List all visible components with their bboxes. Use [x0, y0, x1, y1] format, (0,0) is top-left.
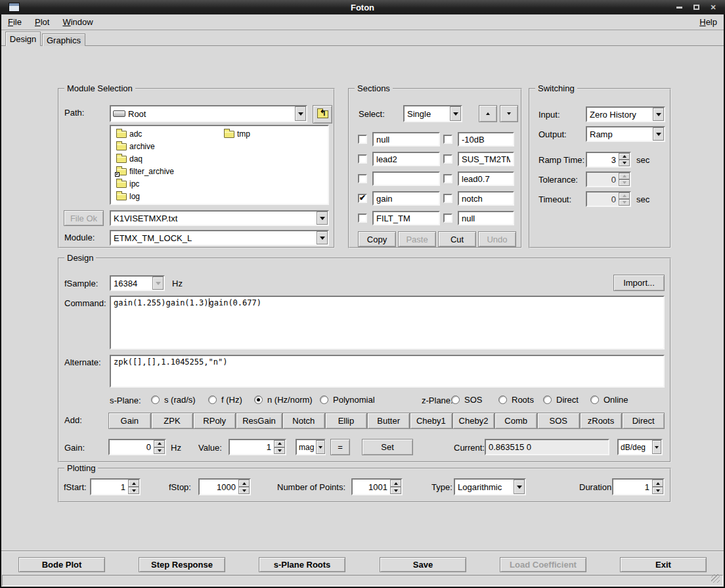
menu-window[interactable]: Window [56, 14, 99, 30]
file-combobox[interactable]: K1VISETMXP.txt [110, 210, 329, 226]
add-cheby2-button[interactable]: Cheby2 [452, 413, 495, 429]
add-butter-button[interactable]: Butter [367, 413, 410, 429]
section-select-combobox[interactable]: Single [403, 105, 462, 122]
add-ellip-button[interactable]: Ellip [325, 413, 368, 429]
ramp-time-up-icon[interactable] [619, 153, 630, 160]
tab-design[interactable]: Design [5, 32, 41, 46]
load-coefficient-button[interactable]: Load Coefficient [500, 557, 586, 572]
resize-grip-icon[interactable] [711, 574, 720, 583]
select-dropdown-icon[interactable] [450, 106, 461, 121]
radio-f-hz[interactable]: f (Hz) [208, 395, 242, 405]
points-spinbox[interactable] [351, 478, 403, 495]
undo-button[interactable]: Undo [478, 231, 516, 247]
gain-spinbox[interactable] [108, 439, 166, 455]
exit-button[interactable]: Exit [620, 557, 707, 572]
radio-direct[interactable]: Direct [543, 395, 579, 405]
menu-file[interactable]: File [1, 14, 28, 30]
add-cheby1-button[interactable]: Cheby1 [410, 413, 452, 429]
set-button[interactable]: Set [362, 439, 413, 455]
tab-graphics[interactable]: Graphics [42, 34, 85, 46]
section-name-field-4[interactable] [372, 211, 440, 225]
section-checkbox-9[interactable] [443, 214, 452, 223]
unit-combobox[interactable]: mag [296, 439, 326, 455]
section-checkbox-4[interactable] [358, 214, 367, 223]
section-move-down-button[interactable] [500, 105, 518, 122]
alternate-textarea[interactable]: zpk([],[],1.1045255,"n") [110, 355, 665, 388]
unit-dropdown-icon[interactable] [316, 440, 325, 454]
gain-up-icon[interactable] [154, 440, 165, 447]
points-up-icon[interactable] [390, 480, 401, 487]
section-checkbox-1[interactable] [358, 154, 367, 164]
ramp-time-down-icon[interactable] [619, 160, 630, 166]
fstop-spinbox[interactable] [198, 478, 251, 495]
duration-spinbox[interactable] [612, 478, 665, 495]
current-unit-dropdown-icon[interactable] [652, 440, 661, 454]
menu-help[interactable]: Help [693, 14, 724, 30]
path-dropdown-icon[interactable] [295, 106, 306, 121]
add-resgain-button[interactable]: ResGain [236, 413, 282, 429]
radio-n-hznorm[interactable]: n (Hz/norm) [254, 395, 313, 405]
path-combobox[interactable]: Root [110, 105, 307, 122]
input-dropdown-icon[interactable] [653, 108, 664, 121]
input-combobox[interactable]: Zero History [586, 106, 665, 122]
section-checkbox-6[interactable] [443, 154, 452, 164]
module-combobox[interactable]: ETMX_TM_LOCK_L [110, 230, 329, 246]
section-name-field-5[interactable] [458, 132, 514, 147]
list-item[interactable]: adc [116, 129, 142, 139]
type-combobox[interactable]: Logarithmic [454, 478, 526, 495]
section-checkbox-7[interactable] [443, 174, 452, 183]
section-name-field-8[interactable] [458, 191, 514, 206]
fstart-down-icon[interactable] [128, 487, 139, 494]
section-move-up-button[interactable] [479, 105, 497, 122]
up-directory-button[interactable]: ↰ [313, 105, 332, 124]
section-checkbox-0[interactable] [358, 135, 367, 144]
add-sos-button[interactable]: SOS [537, 413, 580, 429]
fsample-combobox[interactable]: 16384 [110, 275, 165, 291]
list-item[interactable]: filter_archive [116, 167, 174, 176]
add-zpk-button[interactable]: ZPK [151, 413, 194, 429]
section-checkbox-3[interactable] [358, 194, 367, 203]
equals-button[interactable]: = [330, 439, 350, 455]
close-icon[interactable]: ✕ [709, 3, 717, 11]
section-name-field-6[interactable] [458, 152, 514, 166]
points-down-icon[interactable] [390, 487, 401, 494]
import-button[interactable]: Import... [613, 275, 665, 291]
module-dropdown-icon[interactable] [317, 231, 328, 244]
list-item[interactable]: daq [116, 154, 143, 164]
maximize-icon[interactable] [692, 3, 700, 11]
folder-list[interactable]: adc archive daq filter_archive ipc log t… [110, 125, 329, 205]
section-name-field-1[interactable] [372, 152, 440, 166]
save-button[interactable]: Save [380, 557, 466, 572]
list-item[interactable]: tmp [224, 129, 250, 139]
radio-polynomial[interactable]: Polynomial [320, 395, 375, 405]
list-item[interactable]: ipc [116, 179, 139, 189]
splane-roots-button[interactable]: s-Plane Roots [259, 557, 345, 572]
type-dropdown-icon[interactable] [514, 480, 525, 494]
value-up-icon[interactable] [274, 440, 285, 447]
add-comb-button[interactable]: Comb [494, 413, 537, 429]
paste-button[interactable]: Paste [398, 231, 436, 247]
file-dropdown-icon[interactable] [317, 212, 328, 225]
add-direct-button[interactable]: Direct [622, 413, 665, 429]
gain-down-icon[interactable] [154, 447, 165, 455]
command-textarea[interactable]: gain(1.255)gain(1.3)gain(0.677) [110, 296, 665, 350]
radio-online[interactable]: Online [590, 395, 628, 405]
section-checkbox-2[interactable] [358, 174, 367, 183]
minimize-icon[interactable] [675, 3, 683, 11]
radio-s-rads[interactable]: s (rad/s) [151, 395, 196, 405]
section-name-field-2[interactable] [372, 171, 440, 186]
fstart-up-icon[interactable] [128, 480, 139, 487]
value-spinbox[interactable] [229, 439, 286, 455]
file-ok-button[interactable]: File Ok [64, 210, 104, 226]
section-checkbox-8[interactable] [443, 194, 452, 203]
output-dropdown-icon[interactable] [653, 127, 664, 141]
fstart-spinbox[interactable] [90, 478, 141, 495]
ramp-time-spinbox[interactable] [586, 152, 631, 168]
add-zroots-button[interactable]: zRoots [580, 413, 623, 429]
duration-up-icon[interactable] [652, 480, 663, 487]
output-combobox[interactable]: Ramp [586, 126, 665, 142]
cut-button[interactable]: Cut [438, 231, 476, 247]
value-down-icon[interactable] [274, 447, 285, 455]
fstop-up-icon[interactable] [238, 480, 250, 487]
list-item[interactable]: archive [116, 142, 155, 151]
